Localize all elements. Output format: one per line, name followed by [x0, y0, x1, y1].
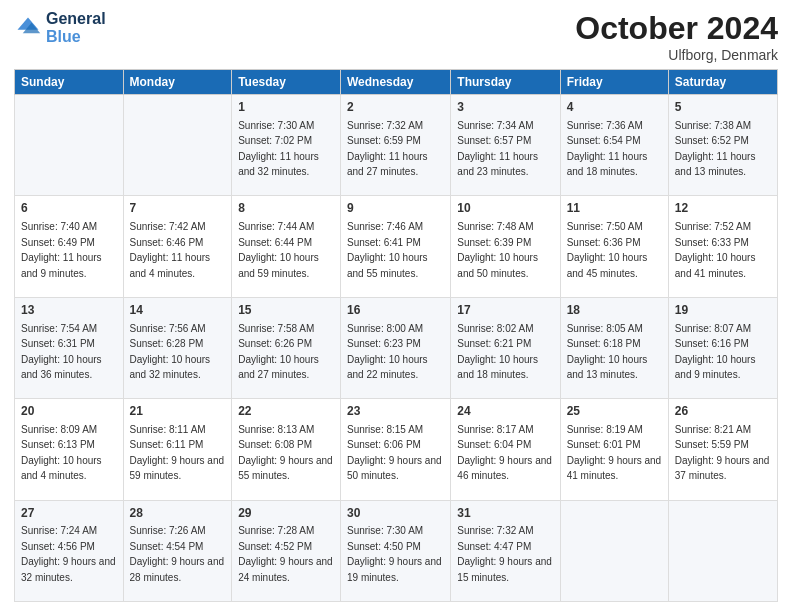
day-number: 25	[567, 403, 662, 420]
day-number: 23	[347, 403, 444, 420]
day-info: Sunrise: 8:07 AMSunset: 6:16 PMDaylight:…	[675, 323, 756, 381]
day-info: Sunrise: 7:50 AMSunset: 6:36 PMDaylight:…	[567, 221, 648, 279]
day-number: 2	[347, 99, 444, 116]
col-friday: Friday	[560, 70, 668, 95]
day-info: Sunrise: 7:44 AMSunset: 6:44 PMDaylight:…	[238, 221, 319, 279]
table-row: 3Sunrise: 7:34 AMSunset: 6:57 PMDaylight…	[451, 95, 560, 196]
day-number: 7	[130, 200, 226, 217]
table-row: 6Sunrise: 7:40 AMSunset: 6:49 PMDaylight…	[15, 196, 124, 297]
title-area: October 2024 Ulfborg, Denmark	[575, 10, 778, 63]
day-number: 15	[238, 302, 334, 319]
day-info: Sunrise: 8:13 AMSunset: 6:08 PMDaylight:…	[238, 424, 333, 482]
table-row: 29Sunrise: 7:28 AMSunset: 4:52 PMDayligh…	[232, 500, 341, 601]
table-row: 11Sunrise: 7:50 AMSunset: 6:36 PMDayligh…	[560, 196, 668, 297]
day-info: Sunrise: 7:52 AMSunset: 6:33 PMDaylight:…	[675, 221, 756, 279]
day-number: 4	[567, 99, 662, 116]
table-row: 25Sunrise: 8:19 AMSunset: 6:01 PMDayligh…	[560, 399, 668, 500]
day-number: 16	[347, 302, 444, 319]
header-row: Sunday Monday Tuesday Wednesday Thursday…	[15, 70, 778, 95]
day-info: Sunrise: 7:34 AMSunset: 6:57 PMDaylight:…	[457, 120, 538, 178]
table-row: 21Sunrise: 8:11 AMSunset: 6:11 PMDayligh…	[123, 399, 232, 500]
table-row: 4Sunrise: 7:36 AMSunset: 6:54 PMDaylight…	[560, 95, 668, 196]
calendar-week-4: 20Sunrise: 8:09 AMSunset: 6:13 PMDayligh…	[15, 399, 778, 500]
logo: General Blue	[14, 10, 106, 45]
col-monday: Monday	[123, 70, 232, 95]
day-info: Sunrise: 8:00 AMSunset: 6:23 PMDaylight:…	[347, 323, 428, 381]
table-row: 24Sunrise: 8:17 AMSunset: 6:04 PMDayligh…	[451, 399, 560, 500]
day-number: 3	[457, 99, 553, 116]
table-row	[123, 95, 232, 196]
day-number: 1	[238, 99, 334, 116]
table-row: 15Sunrise: 7:58 AMSunset: 6:26 PMDayligh…	[232, 297, 341, 398]
day-info: Sunrise: 8:19 AMSunset: 6:01 PMDaylight:…	[567, 424, 662, 482]
table-row	[668, 500, 777, 601]
day-info: Sunrise: 7:56 AMSunset: 6:28 PMDaylight:…	[130, 323, 211, 381]
day-info: Sunrise: 7:38 AMSunset: 6:52 PMDaylight:…	[675, 120, 756, 178]
table-row: 16Sunrise: 8:00 AMSunset: 6:23 PMDayligh…	[341, 297, 451, 398]
day-info: Sunrise: 7:42 AMSunset: 6:46 PMDaylight:…	[130, 221, 211, 279]
table-row: 23Sunrise: 8:15 AMSunset: 6:06 PMDayligh…	[341, 399, 451, 500]
day-info: Sunrise: 8:09 AMSunset: 6:13 PMDaylight:…	[21, 424, 102, 482]
day-info: Sunrise: 7:26 AMSunset: 4:54 PMDaylight:…	[130, 525, 225, 583]
col-wednesday: Wednesday	[341, 70, 451, 95]
col-tuesday: Tuesday	[232, 70, 341, 95]
day-number: 29	[238, 505, 334, 522]
calendar-week-1: 1Sunrise: 7:30 AMSunset: 7:02 PMDaylight…	[15, 95, 778, 196]
header: General Blue October 2024 Ulfborg, Denma…	[14, 10, 778, 63]
col-sunday: Sunday	[15, 70, 124, 95]
day-info: Sunrise: 8:02 AMSunset: 6:21 PMDaylight:…	[457, 323, 538, 381]
day-info: Sunrise: 7:32 AMSunset: 6:59 PMDaylight:…	[347, 120, 428, 178]
day-info: Sunrise: 8:21 AMSunset: 5:59 PMDaylight:…	[675, 424, 770, 482]
table-row: 30Sunrise: 7:30 AMSunset: 4:50 PMDayligh…	[341, 500, 451, 601]
day-info: Sunrise: 7:58 AMSunset: 6:26 PMDaylight:…	[238, 323, 319, 381]
day-number: 8	[238, 200, 334, 217]
day-info: Sunrise: 7:24 AMSunset: 4:56 PMDaylight:…	[21, 525, 116, 583]
day-info: Sunrise: 7:36 AMSunset: 6:54 PMDaylight:…	[567, 120, 648, 178]
table-row: 10Sunrise: 7:48 AMSunset: 6:39 PMDayligh…	[451, 196, 560, 297]
day-number: 12	[675, 200, 771, 217]
day-number: 31	[457, 505, 553, 522]
day-number: 24	[457, 403, 553, 420]
day-info: Sunrise: 8:11 AMSunset: 6:11 PMDaylight:…	[130, 424, 225, 482]
day-number: 19	[675, 302, 771, 319]
table-row: 17Sunrise: 8:02 AMSunset: 6:21 PMDayligh…	[451, 297, 560, 398]
table-row: 9Sunrise: 7:46 AMSunset: 6:41 PMDaylight…	[341, 196, 451, 297]
day-number: 13	[21, 302, 117, 319]
day-number: 6	[21, 200, 117, 217]
month-title: October 2024	[575, 10, 778, 47]
day-info: Sunrise: 7:54 AMSunset: 6:31 PMDaylight:…	[21, 323, 102, 381]
calendar-table: Sunday Monday Tuesday Wednesday Thursday…	[14, 69, 778, 602]
day-number: 10	[457, 200, 553, 217]
day-info: Sunrise: 8:15 AMSunset: 6:06 PMDaylight:…	[347, 424, 442, 482]
day-info: Sunrise: 7:40 AMSunset: 6:49 PMDaylight:…	[21, 221, 102, 279]
day-number: 11	[567, 200, 662, 217]
col-thursday: Thursday	[451, 70, 560, 95]
day-number: 27	[21, 505, 117, 522]
table-row	[15, 95, 124, 196]
table-row: 7Sunrise: 7:42 AMSunset: 6:46 PMDaylight…	[123, 196, 232, 297]
col-saturday: Saturday	[668, 70, 777, 95]
table-row: 20Sunrise: 8:09 AMSunset: 6:13 PMDayligh…	[15, 399, 124, 500]
day-info: Sunrise: 8:05 AMSunset: 6:18 PMDaylight:…	[567, 323, 648, 381]
table-row: 12Sunrise: 7:52 AMSunset: 6:33 PMDayligh…	[668, 196, 777, 297]
day-number: 20	[21, 403, 117, 420]
day-info: Sunrise: 7:32 AMSunset: 4:47 PMDaylight:…	[457, 525, 552, 583]
logo-icon	[14, 14, 42, 42]
day-number: 22	[238, 403, 334, 420]
table-row: 18Sunrise: 8:05 AMSunset: 6:18 PMDayligh…	[560, 297, 668, 398]
calendar-page: General Blue October 2024 Ulfborg, Denma…	[0, 0, 792, 612]
day-info: Sunrise: 7:28 AMSunset: 4:52 PMDaylight:…	[238, 525, 333, 583]
calendar-week-3: 13Sunrise: 7:54 AMSunset: 6:31 PMDayligh…	[15, 297, 778, 398]
table-row: 2Sunrise: 7:32 AMSunset: 6:59 PMDaylight…	[341, 95, 451, 196]
day-number: 26	[675, 403, 771, 420]
day-number: 9	[347, 200, 444, 217]
day-number: 14	[130, 302, 226, 319]
calendar-week-5: 27Sunrise: 7:24 AMSunset: 4:56 PMDayligh…	[15, 500, 778, 601]
day-number: 30	[347, 505, 444, 522]
table-row: 27Sunrise: 7:24 AMSunset: 4:56 PMDayligh…	[15, 500, 124, 601]
table-row: 14Sunrise: 7:56 AMSunset: 6:28 PMDayligh…	[123, 297, 232, 398]
table-row	[560, 500, 668, 601]
table-row: 28Sunrise: 7:26 AMSunset: 4:54 PMDayligh…	[123, 500, 232, 601]
location: Ulfborg, Denmark	[575, 47, 778, 63]
calendar-week-2: 6Sunrise: 7:40 AMSunset: 6:49 PMDaylight…	[15, 196, 778, 297]
